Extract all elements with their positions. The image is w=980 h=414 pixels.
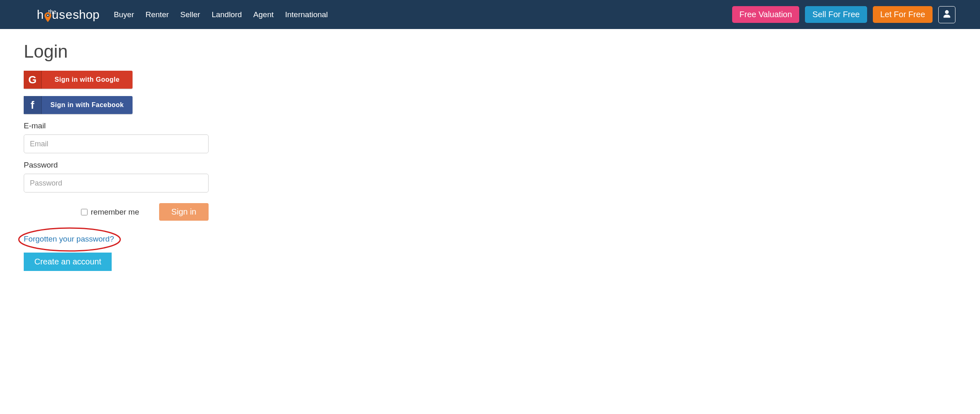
profile-button[interactable] — [938, 6, 955, 23]
let-for-free-button[interactable]: Let For Free — [873, 6, 933, 23]
nav-link-renter[interactable]: Renter — [146, 10, 169, 19]
top-nav: the h use shop Buyer Renter Seller Landl… — [0, 0, 980, 29]
email-input[interactable] — [24, 134, 209, 153]
facebook-signin-label: Sign in with Facebook — [42, 101, 133, 109]
svg-point-1 — [47, 14, 48, 16]
email-label: E-mail — [24, 121, 213, 130]
page-title: Login — [24, 41, 213, 62]
logo-shop: shop — [73, 8, 99, 22]
remember-me-checkbox[interactable] — [81, 209, 88, 215]
nav-link-international[interactable]: International — [285, 10, 328, 19]
facebook-signin-button[interactable]: f Sign in with Facebook — [24, 96, 133, 114]
remember-me-label: remember me — [91, 208, 139, 217]
create-account-button[interactable]: Create an account — [24, 253, 112, 271]
facebook-icon: f — [24, 96, 42, 114]
site-logo[interactable]: the h use shop — [37, 8, 99, 22]
remember-me-group[interactable]: remember me — [81, 208, 139, 217]
google-icon: G — [24, 71, 42, 89]
password-field-group: Password — [24, 161, 213, 192]
nav-link-agent[interactable]: Agent — [253, 10, 274, 19]
forgot-password-link[interactable]: Forgotten your password? — [24, 235, 114, 243]
sell-for-free-button[interactable]: Sell For Free — [805, 6, 867, 23]
google-signin-label: Sign in with Google — [42, 76, 133, 83]
login-panel: Login G Sign in with Google f Sign in wi… — [0, 29, 213, 271]
password-input[interactable] — [24, 174, 209, 192]
user-icon — [942, 9, 951, 20]
nav-link-seller[interactable]: Seller — [180, 10, 200, 19]
free-valuation-button[interactable]: Free Valuation — [732, 6, 800, 23]
logo-h: h — [37, 8, 44, 22]
nav-link-buyer[interactable]: Buyer — [114, 10, 134, 19]
password-label: Password — [24, 161, 213, 170]
signin-button[interactable]: Sign in — [159, 203, 209, 221]
signin-row: remember me Sign in — [24, 203, 209, 221]
nav-links: Buyer Renter Seller Landlord Agent Inter… — [114, 10, 328, 19]
nav-ctas: Free Valuation Sell For Free Let For Fre… — [732, 6, 955, 23]
map-pin-icon — [44, 11, 52, 21]
email-field-group: E-mail — [24, 121, 213, 153]
nav-link-landlord[interactable]: Landlord — [211, 10, 242, 19]
google-signin-button[interactable]: G Sign in with Google — [24, 71, 133, 89]
